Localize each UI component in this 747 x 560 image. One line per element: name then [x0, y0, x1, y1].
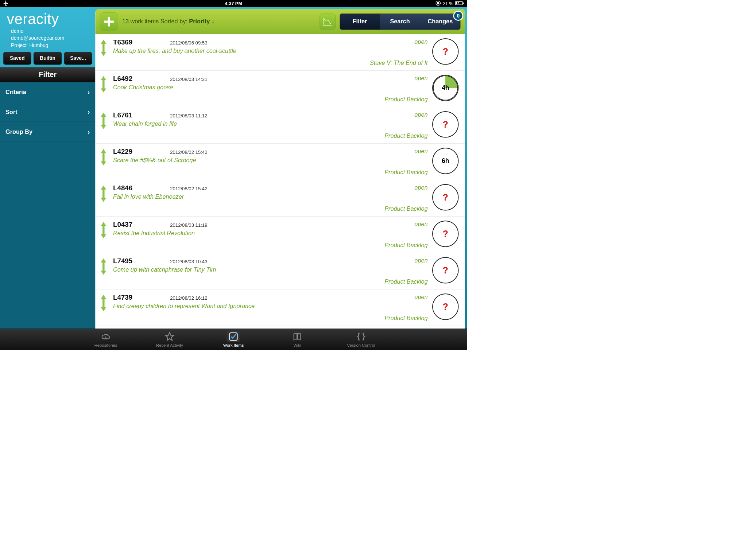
work-item-row[interactable]: L04372012/08/03 11:19Resist the Industri…	[95, 217, 465, 253]
work-item-meta: openProduct Backlog	[346, 111, 428, 139]
work-item-row[interactable]: L74952012/08/03 10:43Come up with catchp…	[95, 253, 465, 289]
sidebar-fill	[0, 142, 95, 328]
project-name: Project_Humbug	[11, 42, 89, 49]
work-item-body: L42292012/08/02 15:42Scare the #$%& out …	[113, 148, 341, 176]
work-item-id: T6369	[113, 38, 161, 46]
work-item-meta: openProduct Backlog	[346, 184, 428, 212]
estimate-badge: ?	[432, 221, 459, 247]
work-item-row[interactable]: L67612012/08/03 11:12Wear chain forged i…	[95, 107, 465, 144]
work-item-date: 2012/08/02 15:42	[170, 149, 207, 155]
work-item-row[interactable]: L48462012/08/02 15:42Fall in love with E…	[95, 180, 465, 217]
work-item-title: Resist the Industrial Revolution	[113, 230, 341, 237]
checkbox-icon	[227, 331, 240, 342]
drag-handle-icon[interactable]	[100, 257, 109, 285]
drag-handle-icon[interactable]	[100, 148, 109, 176]
work-item-meta: openProduct Backlog	[346, 148, 428, 176]
work-item-status: open	[346, 221, 428, 228]
star-icon	[163, 331, 177, 342]
work-item-date: 2012/08/03 11:19	[170, 222, 207, 228]
work-item-date: 2012/08/03 11:12	[170, 113, 207, 118]
tab-recent[interactable]: Recent Activity	[151, 331, 188, 348]
drag-handle-icon[interactable]	[100, 111, 109, 139]
changes-badge: 0	[453, 11, 464, 21]
work-item-meta: openStave V: The End of It	[346, 38, 428, 66]
work-item-status: open	[346, 257, 428, 264]
work-item-date: 2012/08/03 10:43	[170, 259, 207, 264]
estimate-badge: 6h	[432, 148, 459, 174]
filter-tab[interactable]: Filter	[340, 13, 380, 30]
work-item-date: 2012/08/03 14:31	[170, 77, 207, 82]
saved-button[interactable]: Saved	[3, 52, 31, 65]
work-item-meta: openProduct Backlog	[346, 75, 428, 103]
airplane-icon	[3, 0, 9, 7]
plus-icon	[102, 15, 115, 28]
chevron-right-icon: ›	[88, 128, 90, 136]
chart-button[interactable]	[320, 13, 336, 30]
work-item-title: Wear chain forged in life	[113, 120, 341, 127]
work-item-meta: openProduct Backlog	[346, 257, 428, 285]
chevron-right-icon: ›	[88, 108, 90, 116]
filter-sort[interactable]: Sort ›	[0, 102, 95, 122]
sort-arrow: ↓	[210, 18, 214, 25]
work-item-row[interactable]: T63692012/08/06 09:53Make up the fires, …	[95, 34, 465, 71]
work-item-status: open	[346, 111, 428, 118]
tab-recent-label: Recent Activity	[156, 343, 183, 348]
filter-header: Filter	[0, 67, 95, 82]
work-item-status: open	[346, 148, 428, 155]
estimate-badge: ?	[432, 38, 459, 65]
user-email: demo@sourcegear.com	[11, 35, 89, 42]
work-item-id: L4739	[113, 293, 161, 301]
work-item-title: Come up with catchphrase for Tiny Tim	[113, 266, 341, 273]
work-item-title: Find creepy children to represent Want a…	[113, 303, 341, 310]
drag-handle-icon[interactable]	[100, 184, 109, 212]
tab-repositories[interactable]: Repositories	[88, 331, 124, 348]
drag-handle-icon[interactable]	[100, 75, 109, 103]
battery-icon	[455, 1, 464, 7]
work-item-id: L4229	[113, 148, 161, 155]
work-item-milestone: Product Backlog	[346, 132, 428, 139]
estimate-badge: ?	[432, 184, 459, 211]
tab-version-control[interactable]: Version Control	[343, 331, 379, 348]
cloud-icon	[99, 331, 113, 342]
work-item-title: Make up the fires, and buy another coal-…	[113, 47, 341, 54]
work-item-body: L74952012/08/03 10:43Come up with catchp…	[113, 257, 341, 285]
work-item-title: Cook Christmas goose	[113, 84, 341, 91]
work-item-milestone: Product Backlog	[346, 205, 428, 212]
tab-wiki[interactable]: Wiki	[279, 331, 316, 348]
work-item-body: L67612012/08/03 11:12Wear chain forged i…	[113, 111, 341, 139]
app-logo: veracity	[7, 12, 89, 27]
work-item-row[interactable]: L64922012/08/03 14:31Cook Christmas goos…	[95, 71, 465, 107]
svg-rect-3	[456, 2, 457, 4]
filter-criteria[interactable]: Criteria ›	[0, 82, 95, 102]
work-item-meta: openProduct Backlog	[346, 293, 428, 322]
add-button[interactable]	[100, 12, 118, 31]
drag-handle-icon[interactable]	[100, 38, 109, 66]
work-item-row[interactable]: L42292012/08/02 15:42Scare the #$%& out …	[95, 144, 465, 180]
work-item-milestone: Stave V: The End of It	[346, 59, 428, 66]
burndown-icon	[322, 16, 333, 27]
work-item-id: L4846	[113, 184, 161, 192]
work-item-status: open	[346, 75, 428, 82]
builtin-button[interactable]: Builtin	[34, 52, 62, 65]
estimate-badge: ?	[432, 257, 459, 284]
work-item-date: 2012/08/06 09:53	[170, 40, 207, 46]
status-bar: 4:37 PM 21 %	[0, 0, 467, 7]
toolbar: 13 work items Sorted by: Priority ↓ Filt…	[95, 9, 465, 34]
work-item-body: L47392012/08/02 16:12Find creepy childre…	[113, 293, 341, 322]
tab-repositories-label: Repositories	[94, 343, 117, 348]
drag-handle-icon[interactable]	[100, 293, 109, 322]
filter-groupby[interactable]: Group By ›	[0, 122, 95, 142]
work-item-row[interactable]: L47392012/08/02 16:12Find creepy childre…	[95, 289, 465, 326]
estimate-badge: ?	[432, 293, 459, 320]
svg-rect-2	[463, 3, 464, 4]
save-button[interactable]: Save...	[64, 52, 92, 65]
work-item-id: L7495	[113, 257, 161, 265]
tab-work-items-label: Work Items	[223, 343, 244, 348]
tab-work-items[interactable]: Work Items	[215, 331, 252, 348]
search-tab[interactable]: Search	[380, 13, 420, 30]
filter-sort-label: Sort	[5, 108, 18, 115]
work-item-list[interactable]: T63692012/08/06 09:53Make up the fires, …	[95, 34, 465, 329]
drag-handle-icon[interactable]	[100, 221, 109, 249]
sort-field: Priority	[189, 18, 210, 25]
user-name: demo	[11, 28, 89, 35]
